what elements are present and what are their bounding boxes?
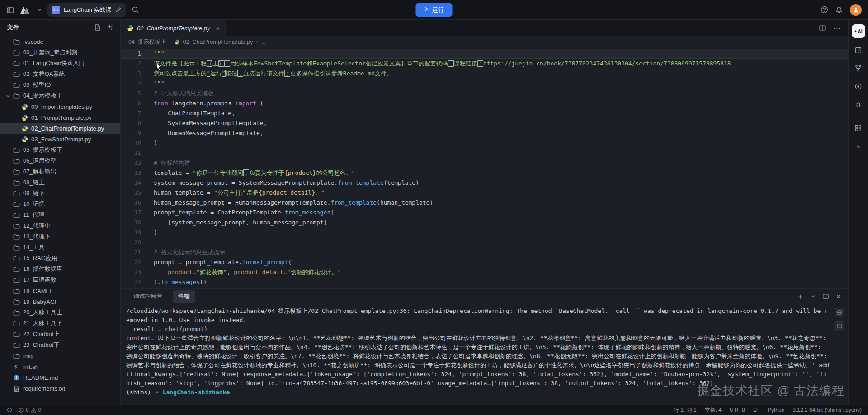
tree-file-12_代理中[interactable]: 12_代理中 [0, 220, 120, 231]
language-mode[interactable]: Python [768, 407, 784, 413]
code-line-16[interactable]: 16human_message_prompt = HumanMessagePro… [121, 198, 848, 208]
ai-assistant-button[interactable]: ✦AI [852, 24, 865, 38]
tree-file-06_调用模型[interactable]: 06_调用模型 [0, 155, 120, 166]
problems-indicator[interactable]: 0 0 [18, 407, 41, 413]
app-logo-icon[interactable] [20, 5, 32, 14]
publish-icon[interactable] [854, 47, 862, 56]
tree-file-10_记忆[interactable]: 10_记忆 [0, 199, 120, 210]
tree-file-03_模型IO[interactable]: 03_模型IO [0, 79, 120, 90]
tree-file-11_代理上[interactable]: 11_代理上 [0, 210, 120, 220]
tree-file-README.md[interactable]: README.md [0, 372, 120, 383]
editor-tab-02-chatprompttemplate[interactable]: 02_ChatPromptTemplate.py × [121, 20, 226, 36]
tree-file-23_Chatbot下[interactable]: 23_Chatbot下 [0, 340, 120, 350]
code-line-7[interactable]: 7 ChatPromptTemplate, [121, 108, 848, 118]
breadcrumb-file[interactable]: 02_ChatPromptTemplate.py [183, 39, 253, 45]
code-line-5[interactable]: 5# 导入聊天消息类模板 [121, 89, 848, 98]
tree-file-08_链上[interactable]: 08_链上 [0, 177, 120, 188]
tree-file-init.sh[interactable]: $init.sh [0, 361, 120, 372]
terminal[interactable]: /cloudide/workspace/LangChain-shizhanke/… [121, 304, 848, 405]
run-button[interactable]: 运行 [416, 3, 453, 17]
tab-close-icon[interactable]: × [216, 25, 220, 32]
code-line-1[interactable]: 1""" [121, 49, 848, 59]
tree-file-03_FewShotPrompt.py[interactable]: 03_FewShotPrompt.py [0, 134, 120, 145]
tree-file-17_回调函数[interactable]: 17_回调函数 [0, 275, 120, 285]
tree-file-13_代理下[interactable]: 13_代理下 [0, 231, 120, 242]
code-line-13[interactable]: 13template = "你是一位专业顾问，负责为专注于{product}的公… [121, 168, 848, 178]
code-line-19[interactable]: 19) [121, 228, 848, 238]
tree-file-07_解析输出[interactable]: 07_解析输出 [0, 166, 120, 177]
code-line-24[interactable]: 24).to_messages() [121, 277, 848, 287]
tree-file-21_人脉工具下[interactable]: 21_人脉工具下 [0, 318, 120, 329]
code-line-20[interactable]: 20 [121, 238, 848, 247]
code-line-14[interactable]: 14system_message_prompt = SystemMessageP… [121, 178, 848, 188]
more-actions-icon[interactable]: ⋯ [833, 24, 841, 33]
split-editor-icon[interactable] [819, 24, 826, 32]
tree-file-img[interactable]: img [0, 350, 120, 361]
terminal-action-icon-2[interactable] [835, 321, 844, 331]
toggle-sidebar-icon[interactable] [6, 6, 14, 14]
code-line-8[interactable]: 8 SystemMessagePromptTemplate, [121, 118, 848, 128]
tree-file-00_ImportTemplates.py[interactable]: 00_ImportTemplates.py [0, 101, 120, 112]
eol-setting[interactable]: LF [753, 407, 760, 413]
tree-file-.vscode[interactable]: .vscode [0, 36, 120, 47]
git-fork-icon[interactable] [854, 65, 862, 74]
chevron-down-icon[interactable] [5, 93, 13, 98]
tree-file-22_Chatbot上[interactable]: 22_Chatbot上 [0, 329, 120, 340]
code-line-2[interactable]: 2该文件是【提示工程（上）：用少样本FewShotTemplate和Exampl… [121, 59, 848, 69]
code-editor[interactable]: 1"""2该文件是【提示工程（上）：用少样本FewShotTemplate和Ex… [121, 48, 848, 288]
close-panel-icon[interactable]: ✕ [836, 293, 841, 300]
code-line-9[interactable]: 9 HumanMessagePromptTemplate, [121, 128, 848, 138]
code-line-12[interactable]: 12# 模板的构建 [121, 158, 848, 168]
edit-workspace-icon[interactable] [115, 7, 122, 13]
cursor-position[interactable]: 行 1, 列 1 [674, 406, 697, 414]
split-panel-icon[interactable] [822, 293, 829, 300]
encoding-setting[interactable]: UTF-8 [730, 407, 745, 413]
tab-debug-console[interactable]: 调试控制台 [128, 290, 168, 303]
tree-file-01_LangChain快速入门[interactable]: 01_LangChain快速入门 [0, 58, 120, 69]
breadcrumb-symbol[interactable]: ... [261, 39, 266, 45]
tree-file-20_人脉工具上[interactable]: 20_人脉工具上 [0, 307, 120, 318]
tab-terminal[interactable]: 终端 [173, 290, 195, 303]
breadcrumb-folder[interactable]: 04_提示模板上 [128, 38, 166, 46]
user-avatar[interactable] [850, 4, 862, 16]
workspace-switcher[interactable]: LangChain 实战课 [47, 3, 126, 17]
apps-grid-icon[interactable] [854, 124, 862, 134]
code-line-21[interactable]: 21# 格式化提示消息生成提示 [121, 247, 848, 257]
python-interpreter[interactable]: 3.12.2 64-bit ('shims': pyenv) [793, 407, 862, 413]
code-line-23[interactable]: 23 product="鲜花装饰", product_detail="创新的鲜花… [121, 267, 848, 277]
indentation-setting[interactable]: 空格: 4 [705, 406, 722, 414]
code-line-18[interactable]: 18 [system_message_prompt, human_message… [121, 218, 848, 228]
code-line-11[interactable]: 11 [121, 148, 848, 158]
code-line-6[interactable]: 6from langchain.prompts import ( [121, 98, 848, 108]
tree-file-18_CAMEL[interactable]: 18_CAMEL [0, 285, 120, 296]
tree-file-15_RAG应用[interactable]: 15_RAG应用 [0, 253, 120, 264]
terminal-dropdown-icon[interactable] [811, 294, 816, 298]
logo-chevron-down-icon[interactable] [37, 7, 42, 12]
code-line-17[interactable]: 17prompt_template = ChatPromptTemplate.f… [121, 208, 848, 218]
search-icon[interactable] [132, 6, 139, 14]
tree-file-01_PromptTemplate.py[interactable]: 01_PromptTemplate.py [0, 112, 120, 123]
new-file-icon[interactable] [94, 24, 101, 31]
tree-file-05_提示模板下[interactable]: 05_提示模板下 [0, 145, 120, 155]
tree-file-19_BabyAGI[interactable]: 19_BabyAGI [0, 296, 120, 307]
code-line-15[interactable]: 15human_template = "公司主打产品是{product_deta… [121, 188, 848, 198]
terminal-action-icon-1[interactable] [835, 308, 844, 317]
code-line-4[interactable]: 4""" [121, 79, 848, 89]
code-line-22[interactable]: 22prompt = prompt_template.format_prompt… [121, 257, 848, 267]
notifications-bell-icon[interactable] [835, 6, 843, 14]
font-icon[interactable]: A [854, 142, 862, 152]
remote-indicator-icon[interactable] [6, 407, 13, 413]
code-line-3[interactable]: 3您可以点击最上方的“运行”按钮，直接运行该文件；更多操作指引请参考Readme… [121, 69, 848, 79]
tree-file-14_工具[interactable]: 14_工具 [0, 242, 120, 253]
collapse-folders-icon[interactable] [107, 24, 114, 31]
tree-file-02_文档QA系统[interactable]: 02_文档QA系统 [0, 69, 120, 79]
tree-file-02_ChatPromptTemplate.py[interactable]: 02_ChatPromptTemplate.py [0, 123, 120, 134]
record-icon[interactable] [854, 83, 862, 92]
new-terminal-icon[interactable]: ＋ [797, 293, 804, 300]
tree-file-16_操作数据库[interactable]: 16_操作数据库 [0, 264, 120, 275]
tree-file-requirements.txt[interactable]: requirements.txt [0, 383, 120, 394]
debug-icon[interactable] [854, 101, 862, 110]
tree-folder-04_提示模板上[interactable]: 04_提示模板上 [0, 90, 120, 101]
help-icon[interactable] [821, 6, 828, 14]
tree-file-09_链下[interactable]: 09_链下 [0, 188, 120, 199]
